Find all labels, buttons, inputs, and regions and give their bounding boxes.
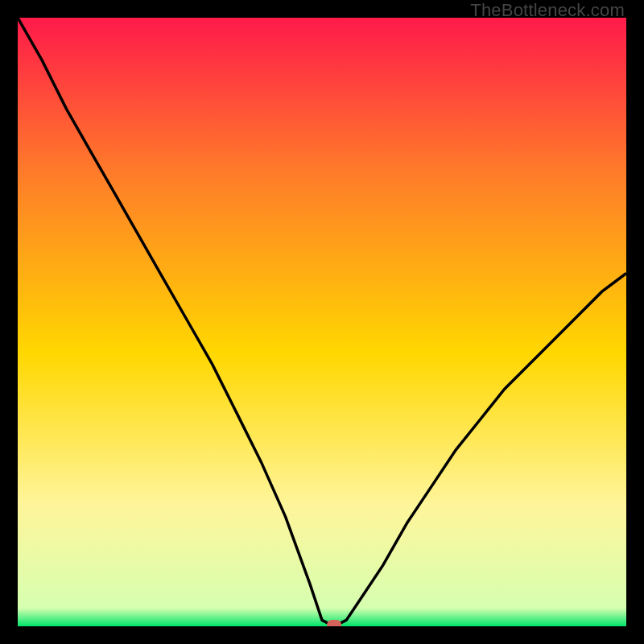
bottleneck-chart bbox=[18, 18, 626, 626]
optimal-point-marker bbox=[327, 620, 341, 626]
chart-background bbox=[18, 18, 626, 626]
watermark-text: TheBottleneck.com bbox=[470, 0, 625, 21]
chart-frame bbox=[18, 18, 626, 626]
